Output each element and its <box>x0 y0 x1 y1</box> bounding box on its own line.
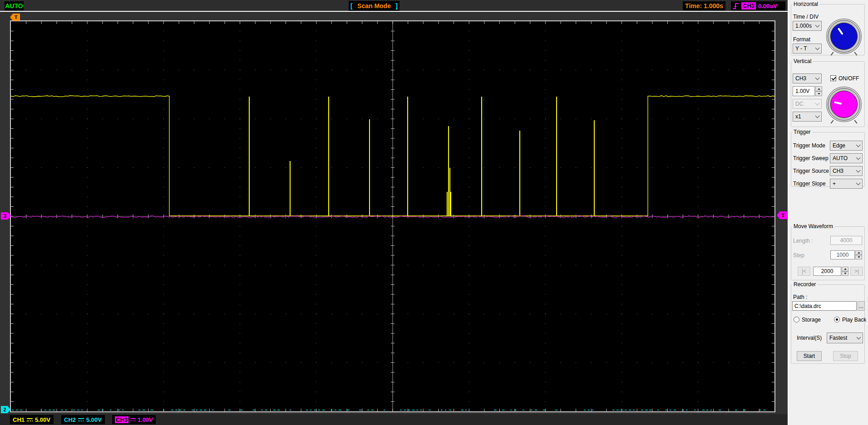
vertical-group-title: Vertical <box>792 58 813 64</box>
playback-radio[interactable] <box>834 317 840 322</box>
spin-up-button[interactable] <box>855 250 862 255</box>
go-first-button[interactable]: |< <box>798 267 810 276</box>
timebase-value: Time: 1.000s <box>685 2 723 10</box>
chevron-down-icon <box>856 181 861 185</box>
go-last-button[interactable]: >| <box>850 267 863 276</box>
path-label: Path : <box>793 294 807 300</box>
channel-status-bar: CH1 5.00V CH2 5.00V CH3 1.00V <box>0 414 788 425</box>
horizontal-position-knob[interactable] <box>828 20 860 53</box>
position-stepper[interactable]: 2000 <box>813 267 848 276</box>
trigger-slope-select[interactable]: + <box>830 179 863 189</box>
recorder-group-title: Recorder <box>792 281 817 288</box>
spin-down-button[interactable] <box>815 91 822 96</box>
chevron-down-icon <box>857 335 861 339</box>
path-input[interactable] <box>792 301 857 311</box>
length-label: Length : <box>793 238 813 244</box>
scan-bracket-right: ] <box>395 2 398 10</box>
knob-pointer <box>838 28 843 35</box>
ch1-label: CH1 <box>13 416 25 423</box>
trigger-sweep-label: Trigger Sweep <box>793 155 829 161</box>
interval-label: Interval(S) <box>797 335 822 341</box>
stop-button[interactable]: Stop <box>833 351 858 361</box>
ch2-readout[interactable]: CH2 5.00V <box>61 415 105 424</box>
dc-coupling-icon <box>27 418 33 421</box>
dc-coupling-icon <box>131 418 135 421</box>
length-field: 4000 <box>830 236 862 245</box>
trigger-slope-label: Trigger Slope <box>793 181 826 187</box>
volts-div-stepper[interactable]: 1.00V <box>793 86 822 96</box>
storage-radio[interactable] <box>794 317 799 322</box>
recorder-group: Recorder Path : ... Storage Play Back In… <box>791 281 865 364</box>
ch2-scale-value: 5.00V <box>86 416 102 423</box>
trigger-level-value: 0.00uV <box>758 3 777 10</box>
knob-face <box>830 91 858 118</box>
step-label: Step <box>793 252 804 259</box>
trigger-source-select[interactable]: CH3 <box>830 166 863 176</box>
trigger-group-title: Trigger <box>792 129 812 135</box>
probe-select[interactable]: x1 <box>793 112 822 122</box>
ch3-ground-marker[interactable]: 3 <box>1 212 11 220</box>
scan-mode-readout: [ Scan Mode ] <box>349 1 399 11</box>
scan-bracket-left: [ <box>350 2 353 10</box>
channel-onoff-checkbox[interactable] <box>830 75 836 81</box>
knob-face <box>830 23 858 50</box>
time-div-select[interactable]: 1.000s <box>793 21 822 31</box>
ch1-scale-value: 5.00V <box>35 416 50 423</box>
playback-label: Play Back <box>842 317 866 323</box>
chevron-down-icon <box>815 75 820 80</box>
trigger-group: Trigger Trigger Mode Edge Trigger Sweep … <box>791 129 865 187</box>
ch2-ground-marker[interactable]: 2 <box>1 406 10 413</box>
chevron-down-icon <box>815 45 820 50</box>
waveform-panel: T 3 2 T <box>0 13 788 414</box>
spin-down-button[interactable] <box>855 255 862 259</box>
acquisition-mode-readout: AUTO <box>5 1 24 10</box>
format-label: Format <box>793 36 810 43</box>
chevron-down-icon <box>856 155 861 160</box>
vertical-position-knob[interactable] <box>828 88 860 121</box>
timebase-readout: Time: 1.000s <box>683 1 725 10</box>
top-status-bar: AUTO [ Scan Mode ] Time: 1.000s CH3 0.00… <box>0 0 788 12</box>
spin-down-button[interactable] <box>842 271 848 276</box>
trigger-mode-label: Trigger Mode <box>793 142 825 149</box>
move-waveform-group: Move Waveform Length : 4000 Step 1000 |<… <box>791 223 865 280</box>
storage-label: Storage <box>802 317 821 323</box>
trigger-level-marker[interactable]: T <box>777 211 787 219</box>
ch1-readout[interactable]: CH1 5.00V <box>10 415 54 424</box>
trigger-mode-select[interactable]: Edge <box>830 141 863 151</box>
channel-select[interactable]: CH3 <box>793 73 822 83</box>
spin-up-button[interactable] <box>842 267 848 271</box>
auto-mode-label: AUTO <box>5 2 23 10</box>
ch3-readout[interactable]: CH3 1.00V <box>112 415 156 424</box>
format-select[interactable]: Y - T <box>793 44 822 54</box>
chevron-down-icon <box>856 142 861 147</box>
horizontal-group: Horizontal Time / DIV 1.000s Format Y - … <box>791 1 865 55</box>
rising-edge-icon <box>732 2 739 10</box>
scan-mode-label: Scan Mode <box>357 2 391 10</box>
trigger-sweep-select[interactable]: AUTO <box>830 153 863 163</box>
move-waveform-title: Move Waveform <box>792 223 834 230</box>
chevron-down-icon <box>815 113 820 118</box>
start-button[interactable]: Start <box>797 351 822 361</box>
control-sidebar: Horizontal Time / DIV 1.000s Format Y - … <box>788 0 868 425</box>
ch3-label: CH3 <box>115 416 128 423</box>
trigger-time-marker[interactable]: T <box>10 14 20 21</box>
coupling-select[interactable]: DC <box>793 99 822 109</box>
time-div-label: Time / DIV <box>793 14 819 20</box>
spin-up-button[interactable] <box>815 86 822 91</box>
ch2-label: CH2 <box>64 416 76 423</box>
horizontal-group-title: Horizontal <box>792 1 819 7</box>
step-stepper[interactable]: 1000 <box>830 250 862 259</box>
chevron-down-icon <box>815 101 820 105</box>
onoff-label: ON/OFF <box>838 75 859 82</box>
browse-button[interactable]: ... <box>858 301 865 311</box>
trigger-source-label: Trigger Source <box>793 168 829 174</box>
dc-coupling-icon <box>78 418 84 421</box>
scope-display[interactable] <box>10 20 775 412</box>
chevron-down-icon <box>856 168 861 172</box>
oscilloscope-main: AUTO [ Scan Mode ] Time: 1.000s CH3 0.00… <box>0 0 788 425</box>
trigger-readout: CH3 0.00uV <box>731 1 785 10</box>
chevron-down-icon <box>815 23 820 27</box>
interval-select[interactable]: Fastest <box>827 332 863 343</box>
ch3-scale-value: 1.00V <box>138 416 153 423</box>
trigger-source-chip: CH3 <box>741 2 756 10</box>
